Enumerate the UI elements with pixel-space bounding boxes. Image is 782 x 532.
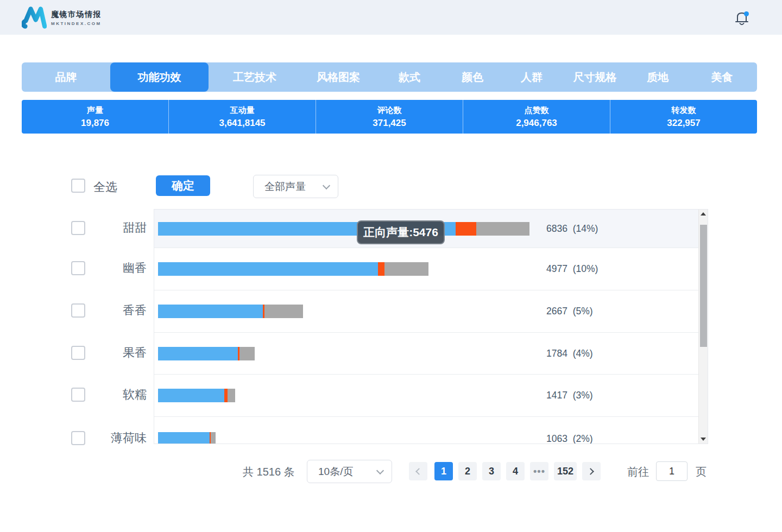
page-buttons: 1234•••152 [434, 462, 601, 480]
volume-filter-value: 全部声量 [264, 180, 306, 194]
stacked-bar[interactable] [158, 389, 235, 402]
bar-segment-positive [158, 305, 263, 318]
page-ellipsis-button[interactable]: ••• [530, 462, 548, 480]
next-page-button[interactable] [582, 462, 601, 480]
stat-cell: 声量19,876 [22, 100, 168, 134]
bar-tooltip: 正向声量:5476 [357, 220, 445, 244]
row-checkbox[interactable] [71, 431, 85, 445]
stat-cell: 评论数371,425 [316, 100, 463, 134]
tab-active[interactable]: 功能功效 [110, 62, 209, 92]
tab-item[interactable]: 尺寸规格 [562, 62, 628, 92]
chart-row-label-group: 薄荷味 [71, 416, 147, 459]
stat-value: 3,641,8145 [219, 118, 265, 129]
stats-bar: 声量19,876互动量3,641,8145评论数371,425点赞数2,946,… [22, 100, 757, 134]
bar-segment-negative [378, 262, 384, 276]
bar-value-label: 6836 (14%) [546, 220, 598, 237]
page-number-button[interactable]: 3 [482, 462, 501, 480]
bar-segment-positive [158, 347, 238, 360]
row-checkbox[interactable] [71, 346, 85, 360]
row-checkbox[interactable] [71, 303, 85, 318]
prev-page-button[interactable] [409, 462, 427, 480]
row-category-label: 甜甜 [123, 220, 147, 236]
stat-label: 互动量 [230, 105, 255, 116]
tab-item[interactable]: 工艺技术 [209, 62, 301, 92]
bar-segment-positive [158, 389, 224, 402]
goto-page-input[interactable] [656, 461, 688, 481]
app-header: 魔镜市场情报 MKTINDEX.COM [0, 0, 782, 35]
stat-cell: 点赞数2,946,763 [463, 100, 610, 134]
page-number-button[interactable]: 2 [458, 462, 477, 480]
stat-label: 声量 [87, 105, 103, 116]
tab-item[interactable]: 款式 [376, 62, 443, 92]
tab-item[interactable]: 人群 [502, 62, 562, 92]
select-all-checkbox[interactable] [71, 179, 85, 193]
stacked-bar[interactable] [158, 222, 529, 236]
scroll-up-icon[interactable] [699, 210, 708, 218]
row-category-label: 软糯 [123, 387, 147, 403]
stacked-bar[interactable] [158, 432, 216, 444]
stat-label: 点赞数 [525, 105, 549, 116]
tab-item[interactable]: 质地 [628, 62, 687, 92]
bar-value-label: 1784 (4%) [546, 345, 593, 362]
brand-logo-icon[interactable] [22, 5, 47, 29]
select-all-label: 全选 [93, 179, 117, 195]
bar-segment-neutral [239, 347, 255, 360]
chart-row: 1063 (2%) [154, 417, 698, 444]
bar-segment-neutral [211, 432, 216, 444]
stat-value: 371,425 [373, 118, 406, 129]
page-size-dropdown[interactable]: 10条/页 [307, 460, 392, 483]
bar-segment-positive [158, 432, 210, 444]
notification-bell-icon[interactable] [732, 9, 752, 28]
bar-segment-neutral [384, 262, 428, 276]
chart-scrollbar[interactable] [698, 210, 708, 444]
page-number-button[interactable]: 4 [506, 462, 525, 480]
chevron-left-icon [415, 468, 422, 475]
page-number-button[interactable]: 152 [554, 462, 577, 480]
brand-name: 魔镜市场情报 [51, 10, 102, 20]
brand-text: 魔镜市场情报 MKTINDEX.COM [51, 10, 102, 26]
stacked-bar[interactable] [158, 305, 303, 318]
stacked-bar[interactable] [158, 347, 255, 360]
chart-row: 1417 (3%) [154, 375, 698, 417]
row-category-label: 香香 [123, 302, 147, 319]
bar-segment-neutral [264, 305, 303, 318]
bar-value-label: 1417 (3%) [546, 387, 593, 403]
stat-cell: 互动量3,641,8145 [168, 100, 316, 134]
stat-value: 2,946,763 [516, 118, 557, 129]
stacked-bar[interactable] [158, 262, 428, 276]
chevron-right-icon [587, 468, 594, 475]
stat-value: 19,876 [81, 118, 109, 129]
stat-label: 评论数 [377, 105, 402, 116]
scroll-down-icon[interactable] [699, 435, 708, 444]
page-unit-label: 页 [696, 465, 707, 479]
tab-item[interactable]: 颜色 [443, 62, 502, 92]
row-checkbox[interactable] [71, 221, 85, 235]
stat-cell: 转发数322,957 [610, 100, 757, 134]
tab-item[interactable]: 品牌 [22, 62, 110, 92]
row-category-label: 薄荷味 [111, 430, 147, 446]
bar-segment-positive [158, 262, 378, 276]
scrollbar-thumb[interactable] [700, 225, 707, 347]
chart-row-label-group: 甜甜 [71, 209, 147, 248]
bar-chart: 6836 (14%)4977 (10%)2667 (5%)1784 (4%)14… [154, 209, 708, 444]
m-logo-icon [22, 5, 47, 29]
brand-domain: MKTINDEX.COM [51, 21, 102, 26]
confirm-button[interactable]: 确定 [156, 175, 210, 196]
tab-item[interactable]: 美食 [687, 62, 757, 92]
page: 魔镜市场情报 MKTINDEX.COM 品牌功能功效工艺技术风格图案款式颜色人群… [0, 0, 782, 532]
goto-label: 前往 [627, 465, 649, 479]
tab-item[interactable]: 风格图案 [301, 62, 376, 92]
bar-segment-neutral [476, 222, 529, 236]
row-category-label: 幽香 [123, 260, 147, 276]
bar-value-label: 2667 (5%) [546, 303, 593, 319]
bar-segment-negative [456, 222, 476, 236]
page-number-button[interactable]: 1 [434, 462, 453, 480]
chart-row-label-group: 幽香 [71, 248, 147, 290]
stat-label: 转发数 [672, 105, 696, 116]
row-checkbox[interactable] [71, 388, 85, 402]
bar-value-label: 4977 (10%) [546, 261, 598, 277]
chart-rows: 6836 (14%)4977 (10%)2667 (5%)1784 (4%)14… [154, 210, 698, 444]
volume-filter-dropdown[interactable]: 全部声量 [253, 175, 338, 198]
row-checkbox[interactable] [71, 261, 85, 275]
chevron-down-icon [376, 466, 384, 474]
